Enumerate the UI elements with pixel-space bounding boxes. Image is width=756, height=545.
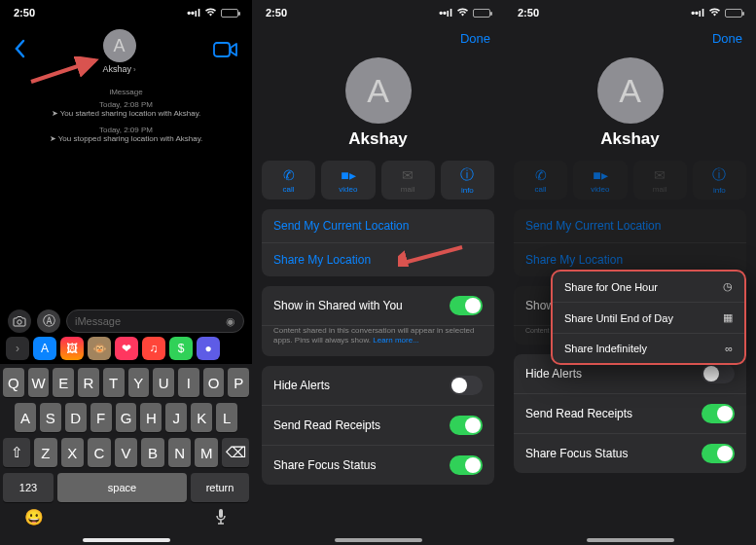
emoji-key[interactable]: 😀 (24, 508, 44, 529)
music-app-icon[interactable]: ♫ (142, 337, 165, 360)
key-g[interactable]: G (116, 403, 137, 432)
key-z[interactable]: Z (34, 438, 57, 467)
key-p[interactable]: P (228, 368, 249, 397)
dictate-icon[interactable]: ◉ (226, 315, 235, 328)
space-key[interactable]: space (57, 473, 187, 502)
notification-settings-card: Hide Alerts Send Read Receipts Share Foc… (514, 354, 746, 473)
key-x[interactable]: X (61, 438, 85, 467)
focus-status-row[interactable]: Share Focus Status (514, 434, 746, 473)
message-input[interactable]: iMessage ◉ (66, 309, 244, 333)
key-d[interactable]: D (65, 403, 87, 432)
appstore-app-icon[interactable]: A (33, 337, 56, 360)
mail-button: ✉mail (633, 161, 687, 200)
row-label: Show in Shared with You (273, 299, 403, 312)
info-button[interactable]: ⓘinfo (441, 161, 494, 200)
avatar-initial: A (367, 72, 389, 110)
imessage-app-strip[interactable]: › A 🖼 🐵 ❤ ♫ $ ● (0, 335, 252, 362)
key-e[interactable]: E (53, 368, 74, 397)
key-m[interactable]: M (195, 438, 218, 467)
learn-more-link[interactable]: Learn more... (373, 336, 419, 345)
contact-header[interactable]: A Akshay› (102, 29, 135, 74)
camera-button[interactable] (8, 309, 31, 333)
app-drawer-icon[interactable]: › (6, 337, 29, 360)
read-receipts-switch[interactable] (702, 404, 735, 423)
quick-actions-row: ✆call ■▸video ✉mail ⓘinfo (252, 149, 504, 209)
dictation-key[interactable] (214, 508, 228, 529)
photos-app-icon[interactable]: 🖼 (60, 337, 84, 360)
key-k[interactable]: K (191, 403, 212, 432)
app-store-button[interactable]: Ⓐ (37, 309, 60, 333)
key-l[interactable]: L (216, 403, 237, 432)
done-button[interactable]: Done (460, 31, 490, 46)
key-w[interactable]: W (28, 368, 50, 397)
key-v[interactable]: V (115, 438, 138, 467)
shared-with-you-row[interactable]: Show in Shared with You (262, 286, 494, 326)
share-end-of-day-option[interactable]: Share Until End of Day ▦ (553, 303, 744, 334)
contact-name: Akshay (252, 129, 504, 149)
done-button[interactable]: Done (712, 31, 742, 46)
digitaltouch-app-icon[interactable]: ❤ (115, 337, 138, 360)
share-indefinitely-option[interactable]: Share Indefinitely ∞ (553, 334, 744, 363)
key-t[interactable]: T (103, 368, 125, 397)
key-b[interactable]: B (141, 438, 164, 467)
share-one-hour-option[interactable]: Share for One Hour ◷ (553, 272, 744, 303)
contact-name: Akshay (504, 129, 756, 149)
status-right: ••ıl (187, 7, 238, 18)
key-i[interactable]: I (178, 368, 199, 397)
read-receipts-row[interactable]: Send Read Receipts (262, 406, 494, 446)
status-bar: 2:50 ••ıl (252, 0, 504, 21)
shared-with-you-switch[interactable] (450, 296, 483, 315)
focus-status-switch[interactable] (450, 455, 483, 475)
focus-status-switch[interactable] (702, 444, 735, 463)
misc-app-icon[interactable]: ● (197, 337, 220, 360)
focus-status-row[interactable]: Share Focus Status (262, 446, 494, 485)
key-c[interactable]: C (88, 438, 111, 467)
key-u[interactable]: U (153, 368, 174, 397)
key-y[interactable]: Y (128, 368, 150, 397)
back-button[interactable] (14, 39, 25, 64)
facetime-button[interactable] (213, 39, 238, 64)
avatar-initial: A (113, 36, 125, 56)
key-j[interactable]: J (165, 403, 187, 432)
key-o[interactable]: O (203, 368, 225, 397)
home-indicator[interactable] (587, 538, 674, 542)
home-indicator[interactable] (83, 538, 170, 542)
clock-icon: ◷ (723, 280, 733, 293)
video-button[interactable]: ■▸video (573, 161, 627, 200)
memoji-app-icon[interactable]: 🐵 (88, 337, 111, 360)
numbers-key[interactable]: 123 (3, 473, 54, 502)
avatar-initial: A (619, 72, 641, 110)
phone-icon: ✆ (283, 167, 295, 183)
contact-avatar[interactable]: A (597, 57, 664, 124)
hide-alerts-row[interactable]: Hide Alerts (262, 366, 494, 406)
call-button[interactable]: ✆call (262, 161, 315, 200)
key-r[interactable]: R (78, 368, 99, 397)
hide-alerts-switch[interactable] (702, 364, 735, 383)
backspace-key[interactable]: ⌫ (222, 438, 249, 467)
read-receipts-row[interactable]: Send Read Receipts (514, 394, 746, 434)
info-button[interactable]: ⓘinfo (693, 161, 746, 200)
key-a[interactable]: A (15, 403, 36, 432)
home-indicator[interactable] (335, 538, 422, 542)
key-h[interactable]: H (140, 403, 162, 432)
hide-alerts-switch[interactable] (450, 376, 483, 395)
call-button[interactable]: ✆call (514, 161, 567, 200)
return-key[interactable]: return (191, 473, 249, 502)
keyboard[interactable]: QWERTYUIOP ASDFGHJKL ⇧ ZXCVBNM ⌫ 123 spa… (0, 364, 252, 545)
read-receipts-switch[interactable] (450, 416, 483, 435)
key-s[interactable]: S (40, 403, 61, 432)
key-f[interactable]: F (90, 403, 112, 432)
shift-key[interactable]: ⇧ (3, 438, 30, 467)
contact-avatar[interactable]: A (345, 57, 412, 124)
status-time: 2:50 (266, 7, 287, 18)
calendar-icon: ▦ (723, 311, 733, 324)
key-n[interactable]: N (168, 438, 192, 467)
conversation-body: iMessage Today, 2:08 PM ➤ You started sh… (0, 78, 252, 149)
option-label: Share Indefinitely (564, 343, 647, 354)
location-actions-card: Send My Current Location Share My Locati… (514, 209, 746, 276)
send-current-location-button[interactable]: Send My Current Location (514, 209, 746, 243)
key-q[interactable]: Q (3, 368, 24, 397)
video-button[interactable]: ■▸video (321, 161, 375, 200)
send-current-location-button[interactable]: Send My Current Location (262, 209, 494, 243)
misc-app-icon[interactable]: $ (169, 337, 193, 360)
